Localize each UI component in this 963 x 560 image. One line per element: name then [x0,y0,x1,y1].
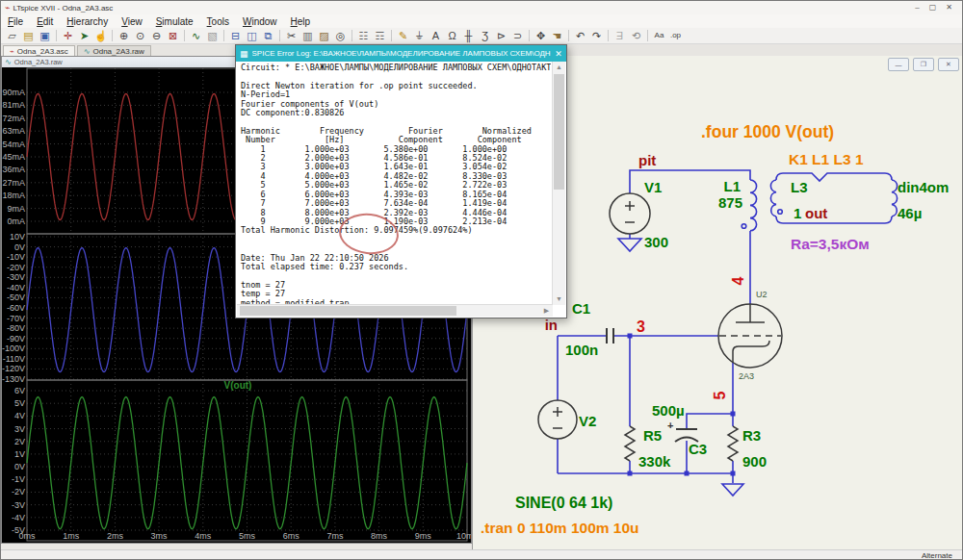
l3-name[interactable]: L3 [791,179,808,195]
toolbar-run-icon[interactable]: ➤ [76,29,92,43]
resistor-r5-body[interactable] [625,426,635,461]
four-directive[interactable]: .four 1000 V(out) [701,122,834,141]
toolbar-copy-icon[interactable]: ▥ [299,29,316,43]
toolbar-capacitor-icon[interactable]: ╫ [460,29,477,43]
r5-value[interactable]: 330k [638,453,671,470]
schematic-restore-button[interactable]: ❐ [913,58,934,71]
ra-annotation[interactable]: Ra=3,5кОм [791,236,870,252]
toolbar-cascade-windows-icon[interactable]: ⧉ [260,29,276,43]
menu-item-simulate[interactable]: Simulate [149,16,200,27]
ground-symbol-v1[interactable] [618,239,641,251]
toolbar-draw-wire-icon[interactable]: ✎ [395,29,411,43]
toolbar-redo-icon[interactable]: ↷ [588,29,605,43]
toolbar-net-label-icon[interactable]: A [428,29,444,43]
menu-item-help[interactable]: Help [284,16,318,27]
capacitor-c1-body[interactable] [607,328,613,344]
v2-sine-spec[interactable]: SINE(0 64 1k) [515,495,612,511]
menu-item-file[interactable]: File [1,16,30,27]
toolbar-rotate-icon[interactable]: ⟲ [628,29,644,43]
toolbar-find-icon[interactable]: ◎ [332,29,349,43]
menu-item-window[interactable]: Window [236,16,284,27]
toolbar-control-panel-icon[interactable]: ✛ [60,29,76,43]
toolbar-mirror-icon[interactable]: Ǝ [612,29,628,43]
inductor-l3-coil[interactable] [770,180,776,216]
close-button[interactable]: ✕ [946,3,952,12]
minimize-button[interactable]: – [915,3,919,12]
toolbar-drag-icon[interactable]: ☚ [549,29,565,43]
hscroll-thumb[interactable] [240,306,456,316]
toolbar-print-icon[interactable]: ☷ [355,29,372,43]
r3-name[interactable]: R3 [742,427,761,444]
r3-value[interactable]: 900 [742,453,767,470]
menu-item-edit[interactable]: Edit [30,16,60,27]
toolbar-zoom-extents-icon[interactable]: ⊠ [165,29,181,43]
k-directive[interactable]: K1 L1 L3 1 [789,151,864,167]
resistor-r3-body[interactable] [728,426,738,461]
menu-item-tools[interactable]: Tools [200,16,236,27]
vscroll-thumb[interactable] [554,74,564,190]
source-v2-body[interactable] [538,400,577,439]
log-content[interactable]: Circuit: * E:\ВАЖНОЕ\ЛАМПЫ\МОДЕЛИРОВАНИЕ… [237,62,565,317]
toolbar-autorange-y-icon[interactable]: ∿ [188,29,204,43]
toolbar-inductor-icon[interactable]: Ʒ [477,29,493,43]
log-vertical-scrollbar[interactable]: ▲ ▼ [552,62,565,305]
schematic-minimize-button[interactable]: — [888,58,909,71]
node-label-5[interactable]: 5 [712,391,728,399]
toolbar-open-icon[interactable]: ▤ [20,29,37,43]
log-horizontal-scrollbar[interactable]: ◀ ▶ [237,304,553,317]
r5-name[interactable]: R5 [643,427,662,444]
toolbar-copy-bitmap-icon[interactable]: ▧ [204,29,221,43]
toolbar-tile-vertical-icon[interactable]: ◫ [244,29,260,43]
net-label-pit[interactable]: pit [638,152,656,168]
toolbar-halt-icon[interactable]: ☝ [92,29,109,43]
wire-c3-top[interactable] [687,414,733,429]
v2-name[interactable]: V2 [579,413,596,429]
net-label-in[interactable]: in [545,317,558,333]
scroll-down-arrow[interactable]: ▼ [553,293,565,305]
toolbar-spice-directive-icon[interactable]: .op [667,29,684,43]
toolbar-resistor-icon[interactable]: Ω [444,29,460,43]
toolbar-save-icon[interactable]: ▣ [37,29,53,43]
maximize-button[interactable]: ▢ [929,3,937,12]
toolbar-paste-icon[interactable]: ▨ [316,29,332,43]
tran-directive[interactable]: .tran 0 110m 100m 10u [481,520,639,536]
tab-odna_2a3.asc[interactable]: ⌁Odna_2A3.asc [3,45,75,56]
c1-name[interactable]: C1 [572,300,590,317]
log-titlebar[interactable]: ▦ SPICE Error Log: E:\ВАЖНОЕ\ЛАМПЫ\МОДЕЛ… [236,45,566,62]
scroll-right-arrow[interactable]: ▶ [540,305,553,317]
toolbar-zoom-in-icon[interactable]: ⊕ [116,29,132,43]
tube-type[interactable]: 2A3 [739,371,754,381]
menu-item-hierarchy[interactable]: Hierarchy [60,16,115,27]
inductor-sec-coil[interactable] [892,180,898,216]
c1-value[interactable]: 100n [565,342,598,358]
schematic-close-button[interactable]: ✕ [938,58,959,71]
source-v1-body[interactable] [610,193,650,234]
tab-odna_2a3.raw[interactable]: ∿Odna_2A3.raw [77,45,151,56]
toolbar-move-icon[interactable]: ✥ [533,29,549,43]
v1-name[interactable]: V1 [644,179,662,195]
inductor-l1-coil[interactable] [750,180,757,231]
c3-name[interactable]: C3 [689,441,707,457]
secondary-value[interactable]: 46µ [898,205,922,221]
net-label-out[interactable]: out [805,205,827,221]
l1-value[interactable]: 875 [718,194,742,211]
l1-name[interactable]: L1 [723,178,741,194]
v1-value[interactable]: 300 [644,234,668,250]
node-label-4[interactable]: 4 [730,276,746,285]
toolbar-cut-icon[interactable]: ✂ [283,29,299,43]
toolbar-ground-icon[interactable]: ⏚ [411,29,428,43]
log-close-button[interactable]: ✕ [551,49,566,59]
toolbar-print-preview-icon[interactable]: ☶ [372,29,388,43]
toolbar-zoom-out-icon[interactable]: ⊖ [148,29,165,43]
menu-item-view[interactable]: View [115,16,149,27]
toolbar-undo-icon[interactable]: ↶ [572,29,588,43]
node-label-3[interactable]: 3 [637,318,645,335]
toolbar-text-icon[interactable]: Aa [651,29,667,43]
tube-refdes[interactable]: U2 [756,290,768,299]
toolbar-new-schematic-icon[interactable]: ▱ [4,29,20,43]
toolbar-logic-gate-icon[interactable]: ⊃ [509,29,526,43]
c3-value[interactable]: 500µ [652,402,685,419]
toolbar-zoom-back-icon[interactable]: ⊙ [132,29,148,43]
toolbar-tile-horizontal-icon[interactable]: ⊟ [227,29,244,43]
secondary-name[interactable]: din4om [898,179,949,195]
